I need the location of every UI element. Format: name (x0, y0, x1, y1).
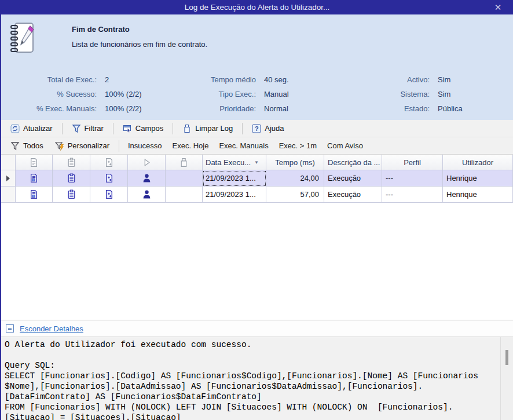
fields-window-cursor-icon (123, 124, 132, 133)
clipboard-icon[interactable] (53, 170, 90, 187)
cell-perfil[interactable]: --- (382, 187, 443, 203)
cell-descricao[interactable]: Execução (324, 170, 382, 187)
column-header-utilizador[interactable]: Utilizador (443, 155, 513, 170)
log-line: O Alerta do Utilizador foi executado com… (5, 339, 499, 350)
funnel-gray-icon (10, 141, 20, 151)
stat-label: Estado: (346, 104, 430, 113)
ajuda-label: Ajuda (265, 124, 284, 133)
exec-maior-1m-filter-button[interactable]: Exec. > 1m (275, 140, 321, 152)
toolbar-separator (62, 123, 63, 134)
cell-tempo[interactable]: 57,00 (266, 187, 324, 203)
column-header-tempo[interactable]: Tempo (ms) (266, 155, 324, 170)
cell-utilizador[interactable]: Henrique (443, 187, 513, 203)
toolbar-separator (242, 123, 243, 134)
execution-log-output: O Alerta do Utilizador foi executado com… (1, 337, 513, 420)
campos-label: Campos (135, 124, 163, 133)
cell-descricao[interactable]: Execução (324, 187, 382, 203)
window-title: Log de Execução do Alerta do Utilizador.… (185, 3, 330, 12)
personalizar-label: Personalizar (68, 141, 109, 150)
log-line: SELECT [Funcionarios].[Codigo] AS [Funci… (5, 371, 499, 381)
alert-description: Lista de funcionários em fim de contrato… (72, 40, 207, 49)
toolbar-separator (119, 140, 119, 152)
alert-name: Fim de Contrato (72, 25, 130, 34)
toolbar-separator (113, 123, 113, 134)
clipboard-icon[interactable] (53, 155, 90, 170)
cell-data-execucao[interactable]: 21/09/2023 1... (203, 170, 266, 187)
log-line: FROM [Funcionarios] WITH (NOLOCK) LEFT J… (5, 402, 499, 412)
insucesso-filter-button[interactable]: Insucesso (124, 140, 166, 152)
filtrar-label: Filtrar (85, 124, 104, 133)
column-label: Data Execu... (206, 158, 251, 167)
stat-value: 2 (105, 75, 109, 84)
personalizar-filter-button[interactable]: Personalizar (50, 140, 114, 152)
refresh-icon (10, 124, 20, 133)
table-row[interactable]: 21/09/2023 1... 24,00 Execução --- Henri… (1, 170, 513, 187)
clipboard-icon[interactable] (53, 187, 90, 203)
log-line: [DataFimContrato] AS [Funcionarios$DataF… (5, 392, 499, 402)
document-plus-icon[interactable] (90, 170, 128, 187)
column-header-descricao[interactable]: Descrição da ... (324, 155, 382, 170)
log-vertical-scrollbar[interactable] (500, 337, 513, 420)
document-plus-icon[interactable] (90, 155, 128, 170)
stat-value: 100% (2/2) (105, 104, 142, 113)
current-row-indicator (1, 170, 16, 187)
column-header-perfil[interactable]: Perfil (382, 155, 443, 170)
notebook-pen-icon (8, 21, 38, 55)
close-icon[interactable]: ✕ (492, 2, 504, 13)
scrollbar-thumb[interactable] (505, 350, 508, 365)
details-bar: Esconder Detalhes (1, 320, 513, 337)
todos-filter-button[interactable]: Todos (6, 140, 48, 152)
ajuda-button[interactable]: ? Ajuda (247, 122, 288, 135)
cell-tempo[interactable]: 24,00 (266, 170, 324, 187)
empty-cell[interactable] (166, 170, 203, 187)
stat-label: Activo: (346, 75, 430, 84)
executions-grid: Data Execu... ▼ Tempo (ms) Descrição da … (1, 155, 513, 320)
toolbar-separator (173, 123, 173, 134)
svg-text:?: ? (255, 125, 259, 132)
document-log-icon[interactable] (16, 187, 53, 203)
stat-label: % Sucesso: (1, 90, 97, 98)
table-row[interactable]: 21/09/2023 1... 57,00 Execução --- Henri… (1, 187, 513, 203)
filter-toolbar: Todos Personalizar Insucesso Exec. Hoje … (1, 137, 513, 155)
eraser-icon (182, 124, 192, 133)
empty-cell[interactable] (166, 187, 203, 203)
stat-label: Prioridade: (172, 104, 256, 113)
exec-hoje-filter-button[interactable]: Exec. Hoje (168, 140, 213, 152)
person-icon[interactable] (128, 170, 166, 187)
cell-data-execucao[interactable]: 21/09/2023 1... (203, 187, 266, 203)
stat-label: Total de Exec.: (1, 75, 97, 84)
column-header-data-execucao[interactable]: Data Execu... ▼ (203, 155, 266, 170)
stat-label: Tipo Exec.: (172, 90, 256, 98)
log-line (5, 350, 499, 360)
log-line: $Nome],[Funcionarios].[DataAdmissao] AS … (5, 381, 499, 392)
campos-button[interactable]: Campos (118, 122, 168, 135)
atualizar-button[interactable]: Atualizar (6, 122, 57, 135)
stat-value: 40 seg. (264, 75, 289, 84)
cell-utilizador[interactable]: Henrique (443, 170, 513, 187)
limpar-log-label: Limpar Log (195, 124, 233, 133)
alert-summary-panel: Fim de Contrato Lista de funcionários em… (1, 14, 513, 120)
log-line: [Situacao] = [Situacoes].[Situacao] (5, 412, 499, 420)
person-icon[interactable] (128, 187, 166, 203)
collapse-minus-icon[interactable] (6, 324, 14, 333)
eraser-outline-icon[interactable] (166, 155, 203, 170)
log-line: Query SQL: (5, 360, 499, 371)
row-indicator (1, 187, 16, 203)
stat-label: Sistema: (346, 90, 430, 98)
funnel-lightning-icon (55, 141, 64, 151)
esconder-detalhes-link[interactable]: Esconder Detalhes (20, 324, 83, 333)
stat-label: Tempo médio (172, 75, 256, 84)
play-outline-icon[interactable] (128, 155, 166, 170)
document-plus-icon[interactable] (90, 187, 128, 203)
todos-label: Todos (23, 141, 43, 150)
stat-value: Sim (438, 75, 450, 84)
cell-perfil[interactable]: --- (382, 170, 443, 187)
document-icon[interactable] (16, 155, 53, 170)
document-log-icon[interactable] (16, 170, 53, 187)
filtrar-button[interactable]: Filtrar (67, 122, 108, 135)
limpar-log-button[interactable]: Limpar Log (178, 122, 237, 135)
com-aviso-filter-button[interactable]: Com Aviso (323, 140, 367, 152)
stat-value: Manual (264, 90, 289, 98)
stat-value: Pública (438, 104, 463, 113)
exec-manuais-filter-button[interactable]: Exec. Manuais (215, 140, 272, 152)
